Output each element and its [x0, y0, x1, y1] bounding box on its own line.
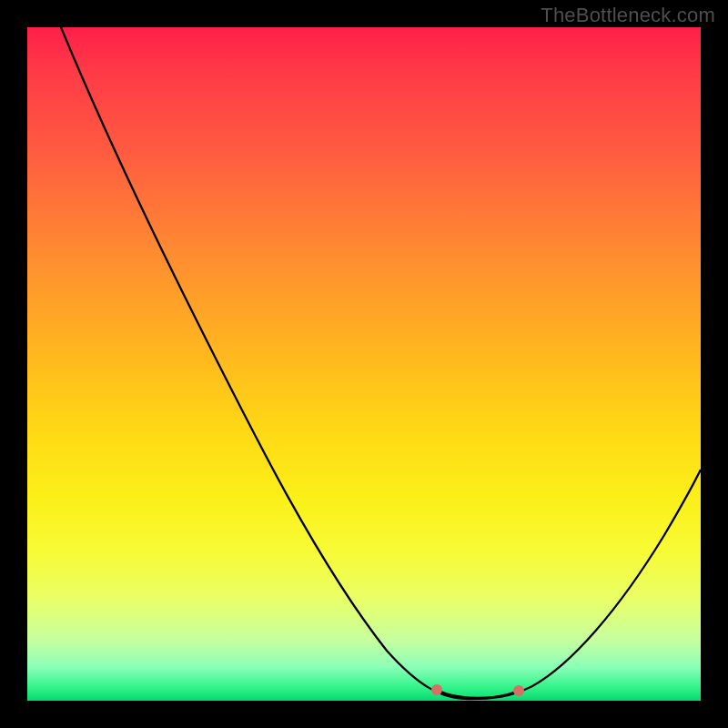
optimum-left-dot	[431, 684, 442, 695]
bottleneck-curve	[61, 27, 701, 699]
bottleneck-curve-svg	[27, 27, 701, 701]
optimum-right-dot	[513, 685, 524, 696]
watermark-text: TheBottleneck.com	[541, 4, 715, 27]
chart-frame: TheBottleneck.com	[0, 0, 728, 728]
plot-area	[27, 27, 701, 701]
